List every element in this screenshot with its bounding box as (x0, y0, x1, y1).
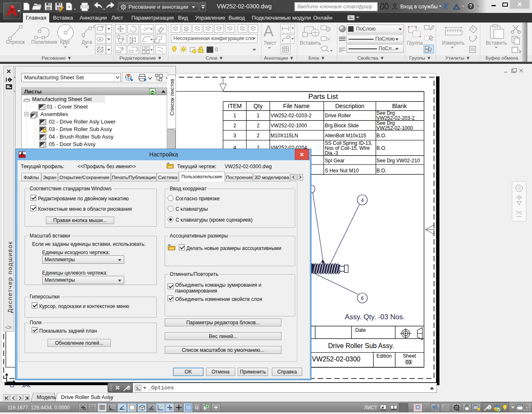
svg-text:VW252-02-1000: VW252-02-1000 (271, 123, 307, 129)
svg-text:2: 2 (257, 133, 260, 139)
svg-text:Sheet: Sheet (403, 353, 416, 359)
svg-text:B.O.: B.O. (376, 145, 386, 151)
svg-text:Brg.Block Slide: Brg.Block Slide (325, 123, 359, 129)
svg-text:6: 6 (361, 295, 364, 301)
svg-text:3: 3 (233, 133, 236, 139)
svg-text:Assy. Qty. -03 Nos.: Assy. Qty. -03 Nos. (345, 313, 405, 321)
svg-text:Description: Description (335, 103, 364, 109)
svg-text:Date: Date (355, 327, 366, 333)
svg-text:Drive Roller Sub Assy: Drive Roller Sub Assy (61, 394, 113, 400)
svg-text:S Hex Nut M10: S Hex Nut M10 (325, 168, 359, 174)
svg-text:VW252-02-0203-2: VW252-02-0203-2 (271, 113, 311, 119)
svg-text:03: 03 (406, 359, 412, 365)
svg-text:2: 2 (233, 123, 236, 129)
svg-text:Spl Gear: Spl Gear (325, 158, 344, 164)
svg-text:See Drg VW02-210: See Drg VW02-210 (376, 158, 420, 164)
svg-text:B.O.: B.O. (376, 133, 386, 139)
svg-text:2: 2 (257, 123, 260, 129)
svg-text:AllenBolt M10x115: AllenBolt M10x115 (325, 133, 366, 139)
svg-text:M10X115LN: M10X115LN (271, 133, 298, 139)
svg-text:File Name: File Name (283, 103, 310, 109)
svg-text:Parts List: Parts List (309, 93, 338, 101)
svg-text:Drive Roller Sub Assy.: Drive Roller Sub Assy. (328, 342, 394, 349)
svg-text:Blank: Blank (392, 103, 407, 109)
svg-text:B.O.: B.O. (376, 168, 386, 174)
svg-text:Qty: Qty (253, 103, 263, 109)
svg-text:Drive Roller: Drive Roller (325, 113, 351, 119)
svg-text:4: 4 (361, 197, 364, 203)
svg-text:Dia.-3: Dia.-3 (325, 150, 338, 156)
svg-text:1: 1 (257, 113, 260, 119)
svg-text:1: 1 (233, 113, 236, 119)
svg-text:Edition: Edition (376, 353, 392, 359)
svg-text:Модель: Модель (37, 394, 56, 400)
svg-text:VW252-02-0300: VW252-02-0300 (312, 356, 361, 363)
svg-text:ITEM: ITEM (228, 103, 241, 109)
svg-text:VW252-02-1000: VW252-02-1000 (376, 125, 413, 131)
